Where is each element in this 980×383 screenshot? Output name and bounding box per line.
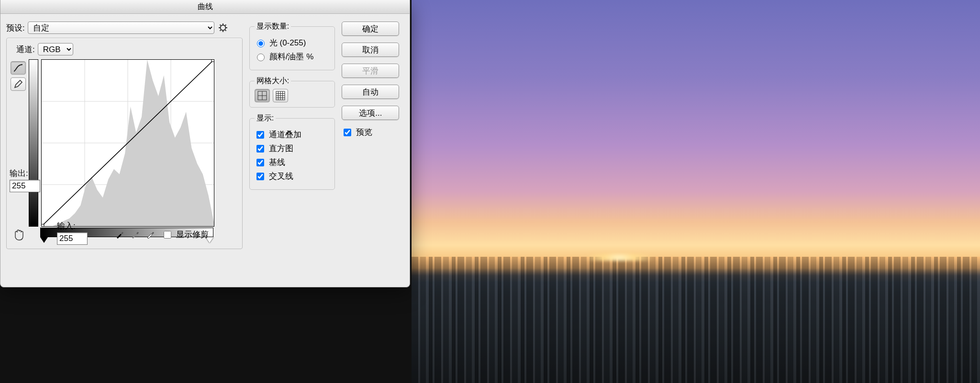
chk-channel-overlay[interactable]: 通道叠加 — [255, 129, 330, 140]
hand-tool-icon[interactable] — [11, 228, 27, 241]
radio-light[interactable]: 光 (0-255) — [255, 37, 330, 48]
chk-crosshair[interactable]: 交叉线 — [255, 171, 330, 182]
cancel-button[interactable]: 取消 — [342, 43, 399, 57]
curves-dialog: 曲线 预设: 自定 通道: RGB — [0, 0, 410, 287]
svg-line-5 — [220, 25, 221, 26]
preview-image — [412, 0, 980, 383]
grid-size-group: 网格大小: — [249, 76, 335, 108]
curve-tools — [11, 61, 26, 243]
channel-select[interactable]: RGB — [38, 43, 73, 55]
preset-label: 预设: — [6, 22, 25, 33]
curve-panel: 通道: RGB — [6, 38, 243, 249]
svg-rect-17 — [212, 60, 214, 62]
ok-button[interactable]: 确定 — [342, 22, 399, 36]
output-label: 输出: — [10, 168, 40, 179]
eyedropper-white-icon[interactable] — [145, 229, 156, 241]
display-amount-group: 显示数量: 光 (0-255) 颜料/油墨 % — [249, 22, 335, 70]
smooth-button[interactable]: 平滑 — [342, 64, 399, 78]
output-gradient — [29, 59, 38, 227]
action-column: 确定 取消 平滑 自动 选项... 预览 — [342, 22, 404, 249]
curve-tool-icon[interactable] — [11, 61, 26, 75]
eyedropper-black-icon[interactable] — [114, 229, 125, 241]
options-column: 显示数量: 光 (0-255) 颜料/油墨 % 网格大小: — [249, 22, 335, 249]
curves-left-column: 预设: 自定 通道: RGB — [6, 22, 243, 249]
options-button[interactable]: 选项... — [342, 106, 399, 120]
svg-line-6 — [225, 30, 226, 31]
svg-line-7 — [220, 30, 221, 31]
eyedropper-gray-icon[interactable] — [129, 229, 141, 241]
radio-pigment[interactable]: 颜料/油墨 % — [255, 51, 330, 62]
dialog-title: 曲线 — [0, 0, 410, 14]
chk-histogram[interactable]: 直方图 — [255, 143, 330, 154]
svg-line-8 — [225, 25, 226, 26]
curve-graph[interactable] — [41, 59, 214, 227]
show-group: 显示: 通道叠加 直方图 基线 交叉线 — [249, 113, 335, 190]
show-clipping-checkbox[interactable]: 显示修剪 — [162, 229, 209, 240]
pencil-tool-icon[interactable] — [11, 77, 26, 91]
output-block: 输出: — [10, 168, 40, 192]
chk-baseline[interactable]: 基线 — [255, 157, 330, 168]
output-field[interactable] — [10, 180, 40, 192]
preset-select[interactable]: 自定 — [28, 22, 214, 34]
svg-point-0 — [220, 25, 225, 31]
curve-graph-wrap — [29, 59, 214, 243]
auto-button[interactable]: 自动 — [342, 85, 399, 99]
gear-icon[interactable] — [217, 22, 229, 33]
grid-16-icon[interactable] — [273, 89, 288, 102]
preview-checkbox[interactable]: 预览 — [342, 127, 404, 138]
channel-label: 通道: — [16, 44, 35, 55]
grid-4-icon[interactable] — [255, 89, 270, 102]
